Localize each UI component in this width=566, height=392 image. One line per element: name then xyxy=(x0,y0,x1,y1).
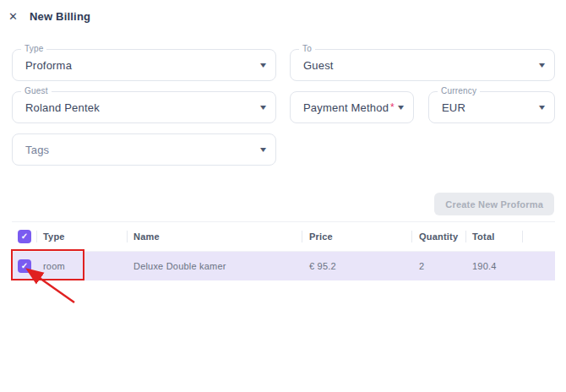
currency-value: EUR xyxy=(429,101,465,114)
row-checkbox-cell: ✓ xyxy=(12,252,36,280)
chevron-down-icon: ▾ xyxy=(398,103,404,112)
column-header-type: Type xyxy=(36,222,127,251)
type-label: Type xyxy=(21,44,46,53)
column-divider xyxy=(411,231,412,242)
create-new-proforma-button[interactable]: Create New Proforma xyxy=(434,193,554,215)
chevron-down-icon: ▾ xyxy=(260,145,266,154)
select-all-checkbox[interactable]: ✓ xyxy=(18,230,31,243)
table-row[interactable]: ✓ room Deluxe Double kamer € 95.2 2 190.… xyxy=(12,252,555,280)
new-billing-dialog: ✕ New Billing Type Proforma ▾ To Guest ▾… xyxy=(0,0,566,392)
row-type-cell: room xyxy=(36,252,127,280)
column-divider xyxy=(302,231,302,242)
column-divider xyxy=(465,231,466,242)
items-table: ✓ Type Name Price Quantity Total xyxy=(12,221,555,280)
header-checkbox-cell: ✓ xyxy=(12,222,36,251)
column-header-total: Total xyxy=(465,222,522,251)
row-checkbox[interactable]: ✓ xyxy=(18,259,31,273)
dialog-header: ✕ New Billing xyxy=(8,7,90,25)
row-price-cell: € 95.2 xyxy=(302,252,411,280)
column-divider xyxy=(127,231,128,242)
currency-select[interactable]: Currency EUR ▾ xyxy=(428,91,555,123)
guest-label: Guest xyxy=(21,86,52,95)
row-name-cell: Deluxe Double kamer xyxy=(127,252,302,280)
row-total-cell: 190.4 xyxy=(465,252,522,280)
column-divider xyxy=(36,231,37,242)
close-icon[interactable]: ✕ xyxy=(8,11,18,22)
dialog-title: New Billing xyxy=(30,10,90,23)
required-asterisk: * xyxy=(390,101,395,113)
column-header-price: Price xyxy=(302,222,411,251)
column-header-actions xyxy=(522,222,555,251)
chevron-down-icon: ▾ xyxy=(539,103,545,112)
payment-method-select[interactable]: Payment Method * ▾ xyxy=(290,91,414,123)
column-divider xyxy=(522,231,523,242)
row-quantity-cell: 2 xyxy=(411,252,465,280)
column-header-quantity: Quantity xyxy=(411,222,465,251)
payment-method-placeholder: Payment Method xyxy=(291,101,389,114)
tags-select[interactable]: Tags ▾ xyxy=(12,133,276,166)
currency-label: Currency xyxy=(438,86,480,95)
type-value: Proforma xyxy=(13,59,72,72)
chevron-down-icon: ▾ xyxy=(260,61,266,69)
to-value: Guest xyxy=(291,59,334,72)
column-header-name: Name xyxy=(127,222,302,251)
to-select[interactable]: To Guest ▾ xyxy=(290,49,555,81)
guest-select[interactable]: Guest Roland Pentek ▾ xyxy=(12,91,276,123)
chevron-down-icon: ▾ xyxy=(539,61,545,69)
table-header-row: ✓ Type Name Price Quantity Total xyxy=(12,222,555,252)
check-icon: ✓ xyxy=(21,232,28,241)
chevron-down-icon: ▾ xyxy=(260,103,266,112)
guest-value: Roland Pentek xyxy=(13,101,100,114)
tags-placeholder: Tags xyxy=(13,144,49,156)
type-select[interactable]: Type Proforma ▾ xyxy=(12,49,276,81)
row-actions-cell xyxy=(522,252,555,280)
to-label: To xyxy=(299,44,315,53)
check-icon: ✓ xyxy=(21,262,28,270)
